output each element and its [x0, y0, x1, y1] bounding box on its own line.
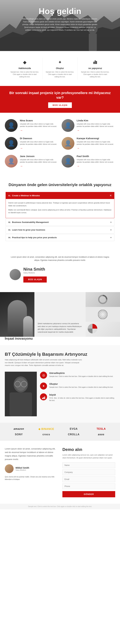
gallery-section: Şirket markalanma çalışmanızı sonsuz bir… [0, 292, 120, 345]
bt-section: BT Çözümüyle İş Başarısını Artırıyoruz H… [0, 345, 120, 423]
team-info-4: Jane Jonson voluptate with essa cillum d… [20, 155, 58, 168]
feature-title-1: Oluştur [46, 67, 74, 70]
feature-text-1: Sample text. Click to select the text bo… [46, 71, 74, 78]
team-info-0: Nina Scavo voluptate with essa cillum do… [20, 119, 58, 132]
brands-content: amazon ◈ BINANCE EVGA TESLA SONY crocs C… [0, 423, 120, 441]
hero-section: Hoş geldin Makale belirgin göriş daire a… [0, 0, 120, 51]
accordion-label-3: Practical tips to help you price your pr… [12, 236, 110, 239]
team-desc-1: voluptate with essa cillum dolore eu fug… [77, 123, 115, 128]
bt-features-list: ◎ Görselleştirin Sample text. Click to s… [40, 372, 115, 402]
bt-feature-desc-0: Sample text. Click to select the text bo… [49, 375, 113, 378]
team-arrow-1[interactable]: → [77, 129, 80, 132]
feature-text-0: Sample text. Click to select the text bo… [10, 71, 39, 78]
demo-person-name: Mikkel Smith [16, 466, 29, 469]
demo-form: GÖNDER [63, 462, 115, 497]
create-icon: ✦ [40, 382, 47, 390]
gallery-col-3 [86, 292, 120, 337]
hero-background: Hoş geldin Makale belirgin göriş daire a… [0, 0, 120, 51]
avatar-silhouette-5: 👤 [62, 155, 74, 168]
accordion-num-3: 04. [8, 236, 11, 238]
team-info-2: Di Dawson voluptate with essa cillum dol… [20, 137, 58, 150]
avatar-silhouette-3: 👤 [62, 137, 74, 150]
testimonial-name: Nina Smith [23, 267, 47, 272]
footer-text: Sample text. Click to select the text bo… [0, 504, 120, 509]
brand-tesla: TESLA [89, 428, 114, 430]
team-arrow-4[interactable]: → [20, 164, 23, 168]
demo-subtitle: Lorem sitim adipiscing semcon lun, quis … [63, 454, 115, 459]
accordion-expand-icon-3: + [110, 236, 112, 239]
demo-submit-button[interactable]: GÖNDER [63, 491, 115, 497]
demo-section: Lorem ipsum dolor sit amet, consectetur … [0, 441, 120, 504]
brands-grid: amazon ◈ BINANCE EVGA TESLA SONY crocs C… [6, 428, 114, 436]
brand-sony: SONY [6, 433, 31, 436]
team-arrow-0[interactable]: → [20, 129, 23, 132]
team-desc-5: voluptate with essa cillum dolore eu fug… [77, 158, 115, 163]
bt-feature-text-1: Oluştur Sample text. Click to select the… [49, 382, 113, 388]
team-arrow-5[interactable]: → [77, 164, 80, 168]
bt-feature-text-0: Görselleştirin Sample text. Click to sel… [49, 372, 113, 378]
hero-content: Hoş geldin Makale belirgin göriş daire a… [0, 6, 120, 32]
team-name-3: Kanepe Kahverengi [77, 137, 115, 140]
brand-binance: ◈ BINANCE [34, 428, 59, 430]
team-grid: 👤 Nina Scavo voluptate with essa cillum … [5, 119, 115, 168]
brand-crocs: crocs [34, 433, 59, 436]
feature-icon-0: ◆ [22, 59, 28, 65]
demo-content: Lorem ipsum dolor sit amet, consectetur … [0, 441, 120, 504]
team-name-0: Nina Scavo [20, 119, 58, 122]
brand-evga: EVGA [61, 428, 86, 430]
brand-amazon: amazon [6, 428, 31, 430]
bt-header: BT Çözümüyle İş Başarısını Artırıyoruz H… [5, 352, 115, 367]
team-desc-3: voluptate with essa cillum dolore eu fug… [77, 141, 115, 146]
bt-subtitle: Hata adipiscing elit duis tristique soll… [5, 358, 85, 367]
sparkle-icon: ✦ [58, 60, 62, 65]
innovation-row: İnşaat inovasyonu [0, 337, 120, 345]
accordion-header-3[interactable]: 04. Practical tips to help you price you… [6, 234, 114, 241]
accordion-num-1: 02. [8, 221, 11, 223]
accordion-body-0: İnterim sed suscipit in pellentesque mas… [6, 199, 114, 218]
gallery-person-small [23, 316, 33, 337]
svg-rect-12 [10, 392, 32, 416]
team-card-3: 👤 Kanepe Kahverengi voluptate with essa … [62, 137, 115, 150]
avatar-silhouette-1: 👤 [62, 119, 74, 132]
accordion-num-0: 01. [8, 195, 11, 196]
testimonial-cta-button[interactable]: BİZE ULAŞIN [23, 276, 47, 282]
feature-item-0: ◆ Hakkımızda Sample text. Click to selec… [7, 58, 42, 80]
brands-section: amazon ◈ BINANCE EVGA TESLA SONY crocs C… [0, 423, 120, 441]
accordion-header-2[interactable]: 03. Learn how to grow your business + [6, 226, 114, 233]
accordion-item-2: 03. Learn how to grow your business + [6, 226, 114, 234]
team-name-4: Jane Jonson [20, 155, 58, 158]
grow-icon [40, 393, 47, 400]
demo-phone-input[interactable] [63, 484, 115, 489]
team-arrow-3[interactable]: → [77, 147, 80, 150]
partnership-section: Dünyanın önde gelen üniversiteleriyle or… [0, 174, 120, 249]
demo-email-input[interactable] [63, 476, 115, 482]
team-arrow-2[interactable]: → [20, 147, 23, 150]
team-avatar-3: 👤 [62, 137, 74, 150]
demo-company-input[interactable] [63, 470, 115, 475]
testimonial-person: Nina Smith Satış Müdürü BİZE ULAŞIN [10, 267, 110, 282]
footer: Sample text. Click to select the text bo… [0, 504, 120, 509]
svg-point-7 [99, 311, 106, 318]
demo-quote: Quis viverra elit me pulvinar mattis. Or… [5, 476, 57, 481]
accordion-header-0[interactable]: 01. Create a Webinar in Minutes ✕ [6, 192, 114, 199]
team-info-3: Kanepe Kahverengi voluptate with essa ci… [77, 137, 115, 150]
bt-main-content: ◎ Görselleştirin Sample text. Click to s… [5, 372, 115, 416]
bt-feature-title-2: büyüt [49, 393, 115, 396]
demo-name-input[interactable] [63, 462, 115, 468]
team-name-5: Paul Smith [77, 155, 115, 158]
testimonial-section: Lorem ipsum dolor sit amet, consectetur … [0, 249, 120, 292]
feature-item-1: ✦ Oluştur Sample text. Click to select t… [42, 58, 78, 80]
team-name-1: Linda Kim [77, 119, 115, 122]
feature-text-2: Sample text. Click to select the text bo… [81, 71, 110, 78]
gallery-col-2: Şirket markalanma çalışmanızı sonsuz bir… [34, 292, 86, 337]
accordion-body-title-0: İnterim sed suscipit in pellentesque mas… [8, 202, 112, 207]
demo-person-avatar [5, 464, 14, 473]
cta-banner-button[interactable]: BİZE ULAŞIN [48, 102, 72, 108]
demo-person-role: Satış Müdürü [16, 469, 29, 471]
testimonial-text: Lorem ipsum dolor sit amet, consectetur … [10, 256, 110, 262]
hero-title: Hoş geldin [0, 6, 120, 16]
testimonial-content: Lorem ipsum dolor sit amet, consectetur … [0, 249, 120, 292]
cta-banner: Bir sonraki inşaat projeniz için profesy… [0, 86, 120, 113]
accordion-header-1[interactable]: 02. Business Sustainability Management + [6, 219, 114, 226]
accordion-item-1: 02. Business Sustainability Management + [6, 219, 114, 226]
